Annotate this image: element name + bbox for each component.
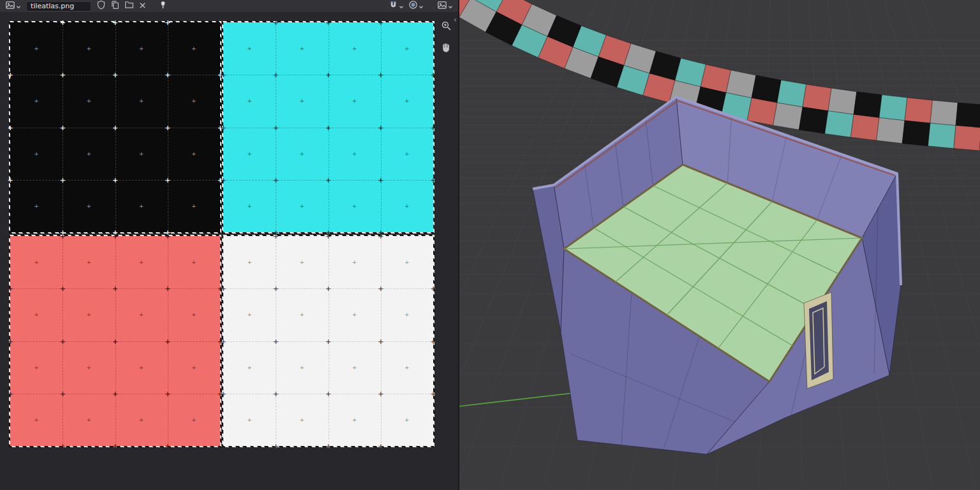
viewport-nav-gizmo (441, 20, 452, 56)
uv-face-dot: + (34, 260, 39, 265)
track-tile[interactable] (747, 98, 777, 126)
uv-vertex-cross: + (60, 71, 66, 78)
uv-vertex-cross: + (378, 124, 383, 131)
uv-vertex-cross: + (325, 176, 331, 183)
uv-vertex-cross: + (112, 19, 118, 26)
uv-grid-line (381, 236, 382, 446)
uv-grid-line (381, 22, 382, 232)
uv-vertex-cross: + (273, 390, 279, 397)
uv-face-dot: + (405, 151, 410, 156)
overlays-button[interactable] (436, 1, 454, 12)
uv-island-black[interactable]: +++++++++++++++++++++++++++++++++++++ (9, 21, 221, 234)
uv-face-dot: + (352, 417, 357, 422)
uv-face-dot: + (352, 151, 357, 156)
uv-face-dot: + (139, 98, 144, 104)
track-tile[interactable] (828, 88, 857, 114)
uv-face-dot: + (352, 203, 357, 209)
uv-canvas[interactable]: ++++++++++++++++++++++++++++++++++++++++… (0, 13, 458, 490)
uv-grid-line (276, 236, 276, 446)
collapse-arrow[interactable]: ‹ (454, 15, 457, 24)
uv-face-dot: + (34, 364, 39, 370)
uv-vertex-cross: + (60, 233, 66, 240)
image-browse-button[interactable] (4, 1, 22, 12)
tile-atlas-image: ++++++++++++++++++++++++++++++++++++++++… (9, 21, 434, 447)
track-tile[interactable] (905, 98, 933, 123)
zoom-icon[interactable] (441, 20, 452, 34)
uv-face-dot: + (34, 203, 39, 209)
pin-button[interactable] (157, 1, 169, 12)
track-tile[interactable] (902, 121, 930, 146)
uv-face-dot: + (247, 46, 252, 52)
track-tile[interactable] (803, 84, 831, 111)
uv-face-dot: + (191, 98, 197, 104)
snapping-button[interactable] (387, 1, 405, 12)
uv-vertex-cross: + (273, 19, 279, 26)
pan-hand-icon[interactable] (441, 42, 452, 56)
uv-face-dot: + (405, 417, 410, 422)
track-tile[interactable] (877, 117, 905, 143)
uv-vertex-cross: + (378, 338, 383, 345)
uv-island-red[interactable]: +++++++++++++++++++++++++++++++++++++ (9, 235, 221, 447)
uv-face-dot: + (247, 312, 252, 318)
track-tile[interactable] (930, 100, 958, 126)
uv-vertex-cross: + (430, 71, 436, 78)
uv-vertex-cross: + (7, 285, 13, 292)
uv-face-dot: + (34, 417, 39, 422)
uv-grid-line (10, 75, 220, 75)
duplicate-icon (110, 0, 120, 12)
uv-grid-line (329, 22, 329, 232)
track-tile[interactable] (879, 95, 907, 121)
uv-vertex-cross: + (112, 176, 118, 183)
track-tile[interactable] (777, 80, 806, 107)
track-tile[interactable] (928, 123, 956, 149)
uv-face-dot: + (247, 203, 252, 209)
uv-vertex-cross: + (165, 233, 170, 240)
track-tile[interactable] (850, 114, 879, 140)
uv-face-dot: + (87, 151, 92, 156)
uv-grid-line (223, 128, 433, 128)
uv-face-dot: + (139, 203, 144, 209)
uv-vertex-cross: + (7, 124, 13, 131)
uv-face-dot: + (34, 312, 39, 318)
proportional-editing-button[interactable] (407, 1, 425, 12)
uv-face-dot: + (139, 364, 144, 370)
panel-divider[interactable] (458, 0, 459, 490)
uv-face-dot: + (247, 364, 252, 370)
duplicate-image-button[interactable] (109, 1, 121, 12)
uv-island-white[interactable]: +++++++++++++++++++++++++++++++++++++ (222, 235, 434, 447)
uv-vertex-cross: + (273, 124, 279, 131)
track-tile[interactable] (825, 111, 854, 137)
uv-face-dot: + (247, 151, 252, 156)
track-tile[interactable] (956, 103, 980, 128)
uv-face-dot: + (34, 151, 39, 156)
uv-face-dot: + (139, 312, 144, 318)
uv-vertex-cross: + (273, 285, 279, 292)
track-tile[interactable] (954, 126, 980, 151)
uv-vertex-cross: + (165, 443, 170, 450)
close-icon (138, 0, 147, 12)
uv-face-dot: + (191, 46, 197, 52)
track-tile[interactable] (773, 103, 803, 130)
uv-face-dot: + (352, 98, 357, 104)
uv-face-dot: + (300, 151, 305, 156)
uv-vertex-cross: + (378, 19, 383, 26)
uv-vertex-cross: + (273, 176, 279, 183)
unlink-image-button[interactable] (137, 1, 148, 12)
uv-island-cyan[interactable]: +++++++++++++++++++++++++++++++++++++ (222, 21, 434, 234)
uv-face-dot: + (191, 260, 197, 265)
uv-face-dot: + (247, 417, 252, 422)
track-tile[interactable] (799, 107, 828, 134)
uv-grid-line (329, 236, 329, 446)
fake-user-button[interactable] (95, 1, 107, 12)
open-image-button[interactable] (123, 1, 135, 12)
viewport-canvas[interactable] (458, 0, 980, 490)
image-name-field[interactable]: tileatlas.png (26, 1, 91, 11)
track-tile[interactable] (854, 92, 882, 118)
uv-face-dot: + (405, 312, 410, 318)
viewport-3d[interactable] (458, 0, 980, 490)
uv-vertex-cross: + (325, 338, 331, 345)
uv-face-dot: + (34, 98, 39, 104)
chevron-down-icon (448, 0, 453, 12)
pin-icon (158, 0, 168, 12)
chevron-down-icon (399, 0, 404, 12)
